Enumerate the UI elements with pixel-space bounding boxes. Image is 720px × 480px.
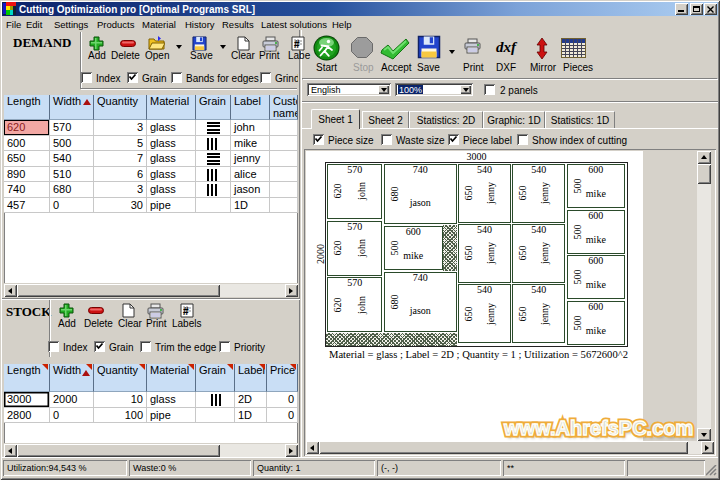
- svg-text:#: #: [294, 39, 300, 50]
- svg-text:#: #: [183, 306, 189, 317]
